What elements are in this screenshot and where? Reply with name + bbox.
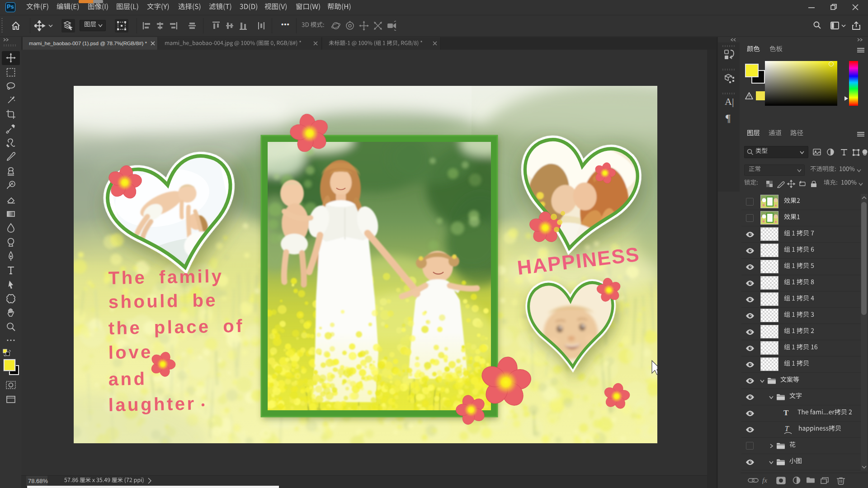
- svg-text:fx: fx: [762, 477, 767, 484]
- svg-text:and: and: [108, 369, 146, 389]
- svg-text:The family: The family: [108, 266, 224, 288]
- svg-text:laughter: laughter: [108, 394, 196, 415]
- svg-text:should be: should be: [108, 290, 217, 312]
- svg-text:the place of: the place of: [108, 316, 244, 338]
- svg-text:love: love: [108, 342, 153, 362]
